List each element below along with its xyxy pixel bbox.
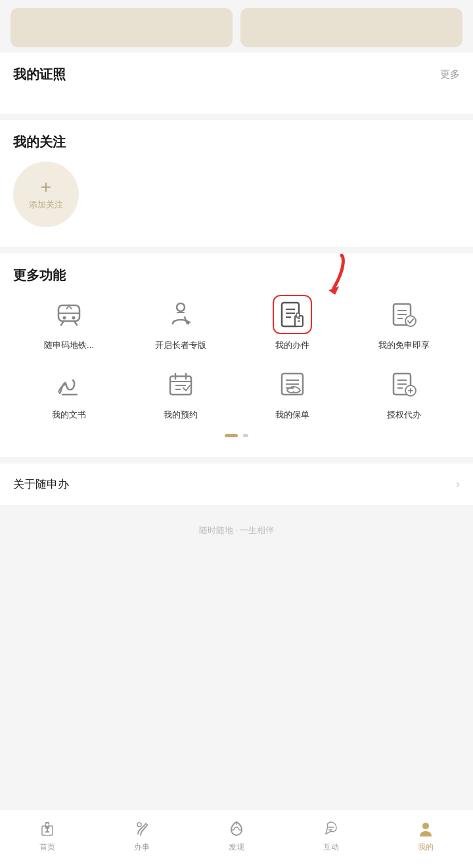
feature-appt[interactable]: 我的预约	[125, 364, 236, 421]
features-grid: 随申码地铁... 开启长者专版	[13, 295, 460, 421]
svg-point-17	[46, 823, 49, 826]
feature-policy[interactable]: 我的保单	[236, 364, 348, 421]
exempt-icon	[388, 299, 420, 330]
nav-discover[interactable]: 发现	[189, 818, 284, 853]
interact-nav-label: 互动	[323, 842, 339, 853]
interact-nav-icon	[321, 818, 342, 839]
metro-icon	[53, 299, 85, 330]
svg-point-10	[405, 316, 416, 326]
nav-interact[interactable]: 互动	[284, 818, 378, 853]
top-cards-area	[0, 0, 473, 53]
add-follow-plus-icon: +	[41, 178, 51, 196]
features-header: 更多功能	[13, 267, 460, 284]
follow-title: 我的关注	[13, 133, 66, 151]
feature-metro[interactable]: 随申码地铁...	[13, 295, 125, 351]
license-more[interactable]: 更多	[440, 68, 460, 81]
svg-point-3	[177, 303, 185, 311]
nav-home[interactable]: 首页	[0, 818, 95, 853]
license-section: 我的证照 更多	[0, 53, 473, 114]
about-chevron-icon: ›	[456, 477, 460, 491]
mine-nav-label: 我的	[418, 842, 434, 853]
appt-label: 我的预约	[164, 409, 198, 421]
svg-point-2	[72, 316, 76, 320]
svg-rect-20	[45, 833, 49, 835]
appt-icon	[165, 368, 196, 400]
discover-nav-icon	[226, 818, 247, 839]
bottom-nav: 首页 办事 发现	[0, 809, 473, 868]
top-card-1	[11, 8, 233, 47]
about-section[interactable]: 关于随申办 ›	[0, 464, 473, 505]
dot-active	[225, 434, 238, 437]
about-title: 关于随申办	[13, 477, 69, 492]
svg-point-22	[422, 823, 429, 829]
follow-header: 我的关注	[13, 133, 460, 151]
features-section: 更多功能 随申码地铁...	[0, 253, 473, 457]
mine-nav-icon	[415, 818, 436, 839]
exempt-label: 我的免申即享	[378, 339, 430, 351]
feature-delegate[interactable]: 授权代办	[348, 364, 460, 421]
delegate-label: 授权代办	[387, 409, 421, 421]
delegate-icon	[388, 368, 420, 400]
feature-exempt[interactable]: 我的免申即享	[348, 295, 460, 351]
feature-elder[interactable]: 开启长者专版	[125, 295, 236, 351]
doc-icon-wrap	[49, 364, 89, 404]
license-title: 我的证照	[13, 66, 66, 83]
features-title: 更多功能	[13, 267, 66, 284]
svg-point-1	[63, 316, 66, 320]
doc-icon	[53, 368, 85, 400]
metro-icon-wrap	[49, 295, 89, 334]
metro-label: 随申码地铁...	[44, 339, 94, 351]
add-follow-button[interactable]: + 添加关注	[13, 162, 79, 227]
mywork-icon-wrap	[273, 295, 312, 334]
appt-icon-wrap	[161, 364, 200, 404]
feature-mywork[interactable]: 我的办件	[236, 295, 348, 351]
home-nav-label: 首页	[39, 842, 55, 853]
add-follow-label: 添加关注	[29, 199, 63, 211]
nav-work[interactable]: 办事	[95, 818, 189, 853]
mywork-icon	[277, 299, 308, 330]
slogan-text: 随时随地 · 一生相伴	[0, 511, 473, 550]
follow-section: 我的关注 + 添加关注	[0, 120, 473, 247]
work-nav-icon	[131, 818, 152, 839]
svg-rect-18	[44, 829, 47, 831]
discover-nav-label: 发现	[229, 842, 244, 853]
red-arrow-indicator	[315, 252, 351, 295]
doc-label: 我的文书	[52, 409, 86, 421]
svg-rect-4	[177, 312, 185, 313]
svg-point-21	[137, 823, 141, 827]
dot-inactive	[243, 434, 248, 437]
svg-rect-19	[48, 829, 51, 831]
elder-label: 开启长者专版	[155, 339, 206, 351]
policy-icon-wrap	[273, 364, 312, 404]
top-card-2	[240, 8, 462, 47]
elder-icon	[165, 299, 196, 330]
mywork-label: 我的办件	[275, 339, 309, 351]
policy-label: 我的保单	[275, 409, 309, 421]
work-nav-label: 办事	[134, 842, 150, 853]
delegate-icon-wrap	[384, 364, 424, 404]
pagination-dots	[13, 434, 460, 437]
license-header: 我的证照 更多	[13, 66, 460, 83]
elder-icon-wrap	[161, 295, 200, 334]
feature-doc[interactable]: 我的文书	[13, 364, 125, 421]
home-nav-icon	[37, 818, 58, 839]
exempt-icon-wrap	[384, 295, 424, 334]
nav-mine[interactable]: 我的	[378, 818, 473, 853]
policy-icon	[277, 368, 308, 400]
svg-rect-8	[296, 313, 300, 317]
